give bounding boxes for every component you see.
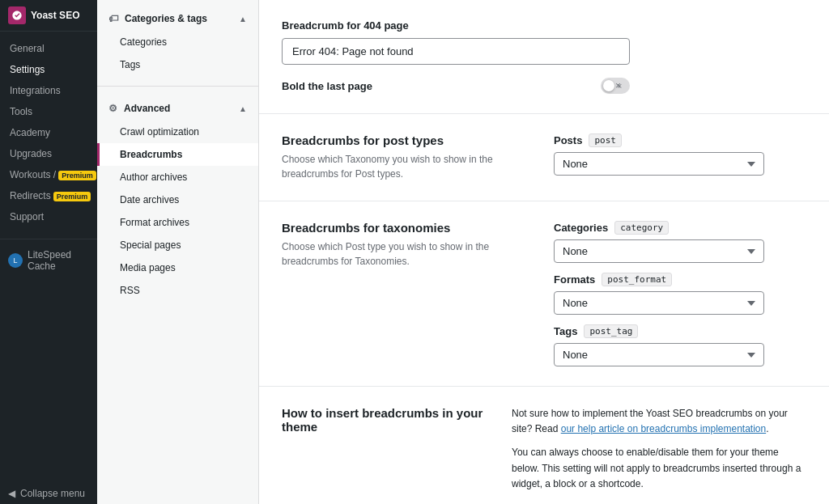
- panel-item-date[interactable]: Date archives: [97, 188, 258, 211]
- breadcrumb-404-label: Breadcrumb for 404 page: [282, 19, 806, 32]
- tags-label: Tags: [554, 325, 577, 337]
- sidebar-brand: Yoast SEO: [31, 10, 79, 21]
- posts-code-tag: post: [589, 133, 622, 147]
- collapse-icon: ◀: [8, 488, 15, 499]
- panel-item-tags[interactable]: Tags: [97, 53, 258, 76]
- taxonomies-layout: Breadcrumbs for taxonomies Choose which …: [282, 221, 806, 366]
- post-types-layout: Breadcrumbs for post types Choose which …: [282, 133, 806, 181]
- post-types-heading: Breadcrumbs for post types: [282, 133, 534, 147]
- panel-item-format[interactable]: Format archives: [97, 211, 258, 234]
- formats-select[interactable]: None: [554, 291, 764, 315]
- categories-label-row: Categories category: [554, 221, 806, 235]
- how-to-desc-1: Not sure how to implement the Yoast SEO …: [512, 406, 806, 437]
- sidebar-item-academy[interactable]: Academy: [0, 122, 97, 143]
- redirects-premium-badge: Premium: [53, 192, 91, 201]
- how-to-right: Not sure how to implement the Yoast SEO …: [512, 406, 806, 504]
- sidebar-item-settings[interactable]: Settings: [0, 59, 97, 80]
- sidebar-header: Yoast SEO: [0, 0, 97, 32]
- enable-breadcrumbs-row: Enable breadcrumbs for your theme: [512, 500, 806, 504]
- post-types-left: Breadcrumbs for post types Choose which …: [282, 133, 534, 181]
- posts-label-row: Posts post: [554, 133, 806, 147]
- categories-chevron-up-icon: ▲: [239, 15, 247, 23]
- posts-select[interactable]: None: [554, 152, 764, 176]
- how-to-desc-2: You can always choose to enable/disable …: [512, 445, 806, 492]
- advanced-chevron-up-icon: ▲: [239, 104, 247, 113]
- toggle-x-icon: ×: [615, 78, 621, 94]
- advanced-icon: ⚙: [108, 103, 117, 114]
- collapse-menu-button[interactable]: ◀ Collapse menu: [0, 483, 97, 504]
- sidebar: Yoast SEO General Settings Integrations …: [0, 0, 97, 504]
- toggle-knob: [603, 80, 614, 91]
- tags-label-row: Tags post_tag: [554, 324, 806, 338]
- sidebar-item-upgrades[interactable]: Upgrades: [0, 143, 97, 164]
- sidebar-item-redirects[interactable]: RedirectsPremium: [0, 185, 97, 206]
- panel-item-rss[interactable]: RSS: [97, 279, 258, 302]
- categories-field-group: Categories category None: [554, 221, 806, 263]
- advanced-section: ⚙ Advanced ▲ Crawl optimization Breadcru…: [97, 90, 258, 308]
- tags-code-tag: post_tag: [584, 324, 638, 338]
- sidebar-nav: General Settings Integrations Tools Acad…: [0, 32, 97, 234]
- sidebar-item-workouts[interactable]: Workouts /Premium: [0, 164, 97, 185]
- sidebar-item-integrations[interactable]: Integrations: [0, 80, 97, 101]
- bold-last-label: Bold the last page: [282, 80, 372, 92]
- panel-item-media[interactable]: Media pages: [97, 256, 258, 279]
- tags-field-group: Tags post_tag None: [554, 324, 806, 366]
- formats-label: Formats: [554, 273, 595, 286]
- categories-label: Categories: [554, 222, 608, 234]
- arrow-hint-icon: [747, 500, 796, 504]
- posts-field-group: Posts post None: [554, 133, 806, 176]
- categories-select[interactable]: None: [554, 239, 764, 263]
- breadcrumb-404-input[interactable]: [282, 38, 630, 65]
- sidebar-item-litespeed[interactable]: L LiteSpeed Cache: [0, 244, 97, 277]
- post-types-description: Choose which Taxonomy you wish to show i…: [282, 152, 534, 181]
- sidebar-item-support[interactable]: Support: [0, 206, 97, 227]
- main-content: Breadcrumb for 404 page Bold the last pa…: [259, 0, 829, 504]
- taxonomies-left: Breadcrumbs for taxonomies Choose which …: [282, 221, 534, 269]
- breadcrumb-404-group: Breadcrumb for 404 page: [282, 19, 806, 65]
- categories-tags-header[interactable]: 🏷 Categories & tags ▲: [97, 6, 258, 31]
- panel-divider: [97, 86, 258, 87]
- formats-label-row: Formats post_format: [554, 273, 806, 286]
- section-how-to: How to insert breadcrumbs in your theme …: [259, 387, 829, 504]
- bold-last-page-row: Bold the last page ×: [282, 78, 630, 94]
- how-to-left: How to insert breadcrumbs in your theme: [282, 406, 492, 438]
- panel-item-breadcrumbs[interactable]: Breadcrumbs: [97, 143, 258, 166]
- categories-code-tag: category: [614, 221, 669, 235]
- advanced-header[interactable]: ⚙ Advanced ▲: [97, 96, 258, 121]
- yoast-logo: [8, 6, 26, 24]
- section-taxonomies: Breadcrumbs for taxonomies Choose which …: [259, 201, 829, 387]
- panel-item-special[interactable]: Special pages: [97, 234, 258, 256]
- posts-label: Posts: [554, 134, 582, 146]
- taxonomies-right: Categories category None Formats post_fo…: [554, 221, 806, 366]
- breadcrumbs-help-link[interactable]: our help article on breadcrumbs implemen…: [561, 423, 766, 434]
- sidebar-item-general[interactable]: General: [0, 38, 97, 59]
- panel-item-categories[interactable]: Categories: [97, 31, 258, 53]
- litespeed-icon: L: [8, 253, 23, 268]
- taxonomies-description: Choose which Post type you wish to show …: [282, 239, 534, 269]
- section-post-types: Breadcrumbs for post types Choose which …: [259, 114, 829, 201]
- categories-icon: 🏷: [108, 13, 118, 24]
- taxonomies-heading: Breadcrumbs for taxonomies: [282, 221, 534, 235]
- workouts-premium-badge: Premium: [58, 171, 96, 180]
- formats-code-tag: post_format: [602, 273, 672, 286]
- panel-item-author[interactable]: Author archives: [97, 166, 258, 188]
- sidebar-divider: [0, 239, 97, 239]
- bold-last-toggle[interactable]: ×: [601, 78, 630, 94]
- how-to-heading: How to insert breadcrumbs in your theme: [282, 406, 492, 434]
- panel-item-crawl[interactable]: Crawl optimization: [97, 121, 258, 143]
- formats-field-group: Formats post_format None: [554, 273, 806, 315]
- categories-tags-section: 🏷 Categories & tags ▲ Categories Tags: [97, 0, 258, 83]
- post-types-right: Posts post None: [554, 133, 806, 176]
- tags-select[interactable]: None: [554, 343, 764, 366]
- how-to-layout: How to insert breadcrumbs in your theme …: [282, 406, 806, 504]
- sidebar-item-tools[interactable]: Tools: [0, 101, 97, 122]
- section-404-bold: Breadcrumb for 404 page Bold the last pa…: [259, 0, 829, 114]
- middle-panel: 🏷 Categories & tags ▲ Categories Tags ⚙ …: [97, 0, 259, 504]
